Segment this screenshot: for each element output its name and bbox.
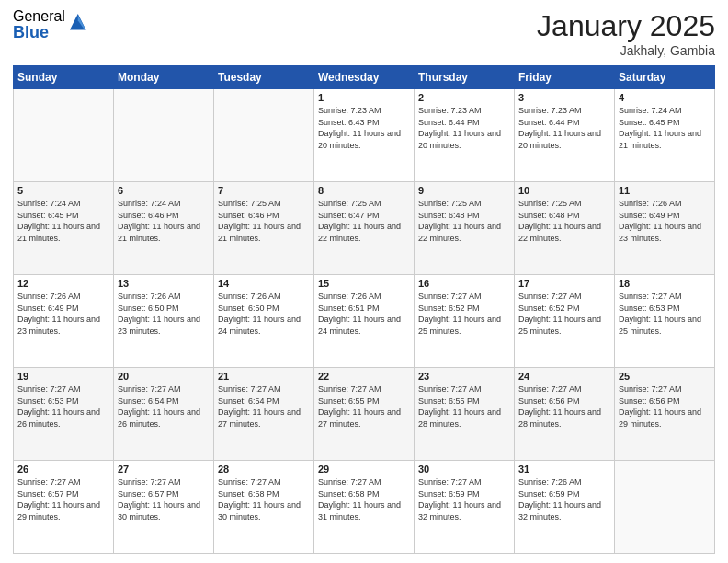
sunset-text: Sunset: 6:48 PM <box>418 210 510 222</box>
calendar-week-0: 1Sunrise: 7:23 AMSunset: 6:43 PMDaylight… <box>14 89 715 182</box>
sunset-text: Sunset: 6:52 PM <box>418 303 510 315</box>
sunrise-text: Sunrise: 7:27 AM <box>619 384 711 396</box>
calendar-cell <box>615 461 715 554</box>
calendar-cell <box>14 89 114 182</box>
day-number: 30 <box>418 464 510 475</box>
day-number: 22 <box>318 371 410 382</box>
day-info: Sunrise: 7:26 AMSunset: 6:49 PMDaylight:… <box>17 291 109 337</box>
daylight-text: Daylight: 11 hours and 27 minutes. <box>318 407 410 430</box>
location: Jakhaly, Gambia <box>537 43 715 58</box>
daylight-text: Daylight: 11 hours and 28 minutes. <box>418 407 510 430</box>
day-number: 12 <box>17 278 109 289</box>
sunset-text: Sunset: 6:57 PM <box>118 488 210 500</box>
calendar-cell: 7Sunrise: 7:25 AMSunset: 6:46 PMDaylight… <box>214 182 314 275</box>
day-number: 19 <box>17 371 109 382</box>
sunset-text: Sunset: 6:44 PM <box>518 117 610 129</box>
header-saturday: Saturday <box>615 66 715 89</box>
daylight-text: Daylight: 11 hours and 22 minutes. <box>418 221 510 244</box>
daylight-text: Daylight: 11 hours and 26 minutes. <box>17 407 109 430</box>
calendar-cell: 1Sunrise: 7:23 AMSunset: 6:43 PMDaylight… <box>314 89 415 182</box>
calendar-week-1: 5Sunrise: 7:24 AMSunset: 6:45 PMDaylight… <box>14 182 715 275</box>
sunset-text: Sunset: 6:50 PM <box>118 303 210 315</box>
calendar-table: Sunday Monday Tuesday Wednesday Thursday… <box>13 65 715 554</box>
calendar-week-3: 19Sunrise: 7:27 AMSunset: 6:53 PMDayligh… <box>14 368 715 461</box>
sunset-text: Sunset: 6:59 PM <box>418 488 510 500</box>
day-number: 25 <box>619 371 711 382</box>
daylight-text: Daylight: 11 hours and 29 minutes. <box>17 500 109 523</box>
calendar-cell: 21Sunrise: 7:27 AMSunset: 6:54 PMDayligh… <box>214 368 314 461</box>
sunrise-text: Sunrise: 7:26 AM <box>518 477 610 488</box>
sunrise-text: Sunrise: 7:27 AM <box>418 291 510 303</box>
header-wednesday: Wednesday <box>314 66 415 89</box>
sunrise-text: Sunrise: 7:27 AM <box>318 384 410 396</box>
sunset-text: Sunset: 6:50 PM <box>218 303 310 315</box>
daylight-text: Daylight: 11 hours and 30 minutes. <box>218 500 310 523</box>
day-info: Sunrise: 7:23 AMSunset: 6:44 PMDaylight:… <box>518 105 610 151</box>
day-info: Sunrise: 7:27 AMSunset: 6:59 PMDaylight:… <box>418 477 510 523</box>
sunset-text: Sunset: 6:46 PM <box>118 210 210 222</box>
daylight-text: Daylight: 11 hours and 24 minutes. <box>218 314 310 337</box>
day-info: Sunrise: 7:27 AMSunset: 6:58 PMDaylight:… <box>218 477 310 523</box>
daylight-text: Daylight: 11 hours and 26 minutes. <box>118 407 210 430</box>
daylight-text: Daylight: 11 hours and 21 minutes. <box>17 221 109 244</box>
day-info: Sunrise: 7:26 AMSunset: 6:50 PMDaylight:… <box>118 291 210 337</box>
header-sunday: Sunday <box>14 66 114 89</box>
calendar-cell: 12Sunrise: 7:26 AMSunset: 6:49 PMDayligh… <box>14 275 114 368</box>
day-number: 18 <box>619 278 711 289</box>
day-info: Sunrise: 7:26 AMSunset: 6:59 PMDaylight:… <box>518 477 610 523</box>
day-info: Sunrise: 7:24 AMSunset: 6:45 PMDaylight:… <box>619 105 711 151</box>
calendar-cell: 8Sunrise: 7:25 AMSunset: 6:47 PMDaylight… <box>314 182 415 275</box>
page: General Blue January 2025 Jakhaly, Gambi… <box>0 0 728 563</box>
header-monday: Monday <box>114 66 214 89</box>
calendar-cell: 9Sunrise: 7:25 AMSunset: 6:48 PMDaylight… <box>415 182 515 275</box>
day-number: 27 <box>118 464 210 475</box>
daylight-text: Daylight: 11 hours and 31 minutes. <box>318 500 410 523</box>
day-info: Sunrise: 7:27 AMSunset: 6:52 PMDaylight:… <box>518 291 610 337</box>
sunset-text: Sunset: 6:45 PM <box>17 210 109 222</box>
calendar-cell: 23Sunrise: 7:27 AMSunset: 6:55 PMDayligh… <box>415 368 515 461</box>
sunrise-text: Sunrise: 7:24 AM <box>118 198 210 210</box>
title-block: January 2025 Jakhaly, Gambia <box>537 9 715 58</box>
sunset-text: Sunset: 6:51 PM <box>318 303 410 315</box>
daylight-text: Daylight: 11 hours and 23 minutes. <box>619 221 711 244</box>
sunrise-text: Sunrise: 7:26 AM <box>118 291 210 303</box>
sunset-text: Sunset: 6:54 PM <box>218 396 310 408</box>
sunrise-text: Sunrise: 7:27 AM <box>418 477 510 488</box>
sunset-text: Sunset: 6:55 PM <box>318 396 410 408</box>
calendar-cell: 5Sunrise: 7:24 AMSunset: 6:45 PMDaylight… <box>14 182 114 275</box>
day-number: 4 <box>619 92 711 103</box>
sunrise-text: Sunrise: 7:27 AM <box>17 477 109 488</box>
sunrise-text: Sunrise: 7:26 AM <box>17 291 109 303</box>
calendar-cell: 22Sunrise: 7:27 AMSunset: 6:55 PMDayligh… <box>314 368 415 461</box>
header-friday: Friday <box>515 66 615 89</box>
daylight-text: Daylight: 11 hours and 24 minutes. <box>318 314 410 337</box>
sunset-text: Sunset: 6:48 PM <box>518 210 610 222</box>
weekday-header-row: Sunday Monday Tuesday Wednesday Thursday… <box>14 66 715 89</box>
daylight-text: Daylight: 11 hours and 21 minutes. <box>118 221 210 244</box>
calendar-cell: 10Sunrise: 7:25 AMSunset: 6:48 PMDayligh… <box>515 182 615 275</box>
day-info: Sunrise: 7:26 AMSunset: 6:50 PMDaylight:… <box>218 291 310 337</box>
sunset-text: Sunset: 6:56 PM <box>619 396 711 408</box>
sunrise-text: Sunrise: 7:27 AM <box>619 291 711 303</box>
sunset-text: Sunset: 6:47 PM <box>318 210 410 222</box>
calendar-cell: 31Sunrise: 7:26 AMSunset: 6:59 PMDayligh… <box>515 461 615 554</box>
daylight-text: Daylight: 11 hours and 32 minutes. <box>418 500 510 523</box>
day-info: Sunrise: 7:27 AMSunset: 6:57 PMDaylight:… <box>17 477 109 523</box>
sunset-text: Sunset: 6:53 PM <box>619 303 711 315</box>
day-info: Sunrise: 7:27 AMSunset: 6:57 PMDaylight:… <box>118 477 210 523</box>
day-info: Sunrise: 7:27 AMSunset: 6:54 PMDaylight:… <box>218 384 310 430</box>
daylight-text: Daylight: 11 hours and 20 minutes. <box>418 128 510 151</box>
sunrise-text: Sunrise: 7:25 AM <box>418 198 510 210</box>
day-number: 10 <box>518 185 610 196</box>
daylight-text: Daylight: 11 hours and 22 minutes. <box>518 221 610 244</box>
sunrise-text: Sunrise: 7:25 AM <box>518 198 610 210</box>
logo: General Blue <box>13 9 87 40</box>
day-info: Sunrise: 7:25 AMSunset: 6:48 PMDaylight:… <box>518 198 610 244</box>
sunrise-text: Sunrise: 7:26 AM <box>218 291 310 303</box>
day-number: 3 <box>518 92 610 103</box>
calendar-cell: 30Sunrise: 7:27 AMSunset: 6:59 PMDayligh… <box>415 461 515 554</box>
day-info: Sunrise: 7:26 AMSunset: 6:49 PMDaylight:… <box>619 198 711 244</box>
daylight-text: Daylight: 11 hours and 30 minutes. <box>118 500 210 523</box>
calendar-cell: 13Sunrise: 7:26 AMSunset: 6:50 PMDayligh… <box>114 275 214 368</box>
daylight-text: Daylight: 11 hours and 21 minutes. <box>619 128 711 151</box>
